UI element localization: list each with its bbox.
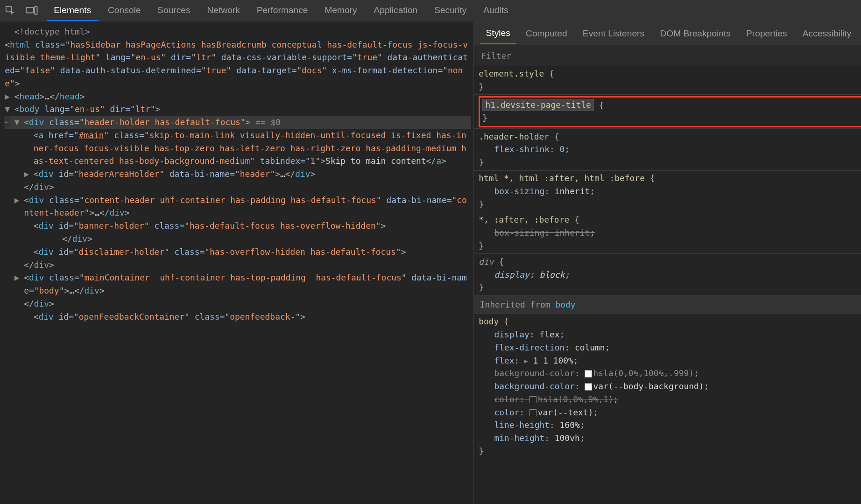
elements-panel: <!doctype html><html class="hasSidebar h… [0, 21, 474, 504]
styles-filter-bar: :hov .cls [474, 45, 861, 66]
main-tabs: Elements Console Sources Network Perform… [47, 0, 515, 21]
tab-performance[interactable]: Performance [249, 0, 315, 21]
tab-memory[interactable]: Memory [318, 0, 364, 21]
svg-rect-2 [35, 7, 37, 14]
subtab-accessibility[interactable]: Accessibility [797, 23, 857, 43]
tab-elements[interactable]: Elements [47, 0, 99, 21]
subtab-computed[interactable]: Computed [520, 23, 573, 43]
tab-security[interactable]: Security [427, 0, 474, 21]
tab-sources[interactable]: Sources [150, 0, 198, 21]
subtab-styles[interactable]: Styles [480, 23, 516, 43]
device-toggle-icon[interactable] [25, 4, 38, 17]
styles-filter-input[interactable] [481, 51, 861, 61]
subtab-event-listeners[interactable]: Event Listeners [577, 23, 650, 43]
subtab-properties[interactable]: Properties [740, 23, 793, 43]
subtab-dom-breakpoints[interactable]: DOM Breakpoints [654, 23, 737, 43]
tab-application[interactable]: Application [367, 0, 425, 21]
dom-tree[interactable]: <!doctype html><html class="hasSidebar h… [0, 21, 473, 504]
devtools-toolbar: Elements Console Sources Network Perform… [0, 0, 861, 21]
inspect-icon[interactable] [4, 4, 17, 17]
rules-list[interactable]: element.style {}h1.devsite-page-title {i… [474, 66, 861, 504]
svg-rect-1 [26, 7, 34, 13]
styles-subtabs: Styles Computed Event Listeners DOM Brea… [474, 21, 861, 45]
tab-audits[interactable]: Audits [476, 0, 515, 21]
tab-console[interactable]: Console [101, 0, 148, 21]
styles-panel: Styles Computed Event Listeners DOM Brea… [474, 21, 861, 504]
tab-network[interactable]: Network [200, 0, 247, 21]
